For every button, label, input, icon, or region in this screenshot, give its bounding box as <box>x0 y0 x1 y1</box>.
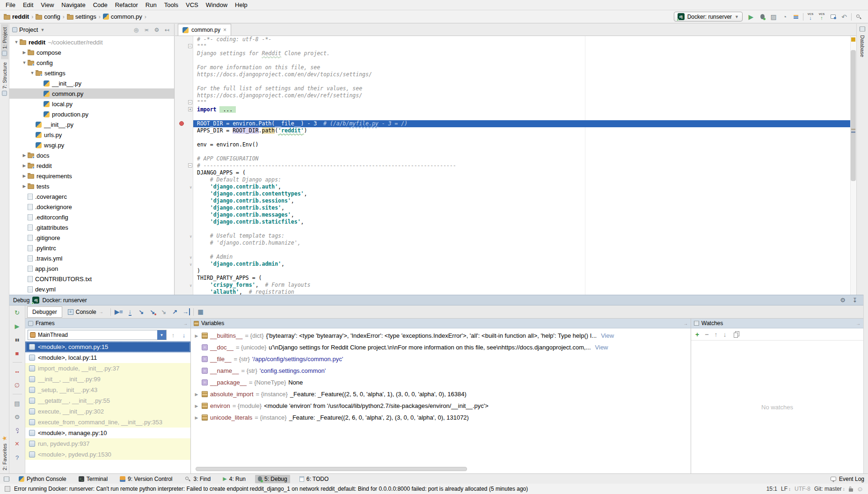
restore-layout-button[interactable]: ▤ <box>12 399 22 408</box>
code-line-31[interactable] <box>175 247 856 254</box>
code-line-36[interactable]: ∨ 'crispy_forms', # Form layouts <box>175 282 856 289</box>
caret-position[interactable]: 15:1 <box>766 486 777 492</box>
view-link[interactable]: View <box>601 332 614 339</box>
tree-item-requirements[interactable]: ▶requirements <box>9 171 174 181</box>
force-step-into-button[interactable]: ↘ <box>158 307 169 317</box>
variable-row-__package__[interactable]: =__package__ = {NoneType} None <box>191 377 691 388</box>
previous-frame-button[interactable]: ↑ <box>169 332 177 339</box>
tree-item--gitignore[interactable]: .gitignore <box>9 232 174 243</box>
code-line-1[interactable]: # -*- coding: utf-8 -*- <box>175 36 856 43</box>
variable-row-environ[interactable]: ▶environ = {module} <module 'environ' fr… <box>191 400 691 412</box>
variable-row-__name__[interactable]: =__name__ = {str} 'config.settings.commo… <box>191 365 691 377</box>
tree-item--dockerignore[interactable]: .dockerignore <box>9 202 174 212</box>
close-tab-icon[interactable]: × <box>223 27 226 33</box>
menu-tools[interactable]: Tools <box>160 0 182 9</box>
tool-tab-structure[interactable]: 7: Structure <box>1 59 8 99</box>
concurrency-diagram-button[interactable] <box>790 12 802 22</box>
frame-row[interactable]: __getattr__, __init__.py:55 <box>25 395 190 406</box>
tree-item-tests[interactable]: ▶tests <box>9 181 174 191</box>
profiler-button[interactable]: ◔ <box>779 12 790 22</box>
tool-tab-6-todo[interactable]: 6: TODO <box>297 475 332 483</box>
rollback-button[interactable]: ↶ <box>839 12 850 22</box>
help-button[interactable]: ? <box>12 453 22 462</box>
view-breakpoints-button[interactable]: ●● <box>12 367 22 376</box>
code-line-28[interactable] <box>175 225 856 232</box>
menu-view[interactable]: View <box>37 0 58 9</box>
hector-inspector-icon[interactable]: ☺ <box>857 485 863 493</box>
tree-item--pylintrc[interactable]: .pylintrc <box>9 243 174 253</box>
code-line-2[interactable]: −""" <box>175 43 856 50</box>
frame-row[interactable]: import_module, __init__.py:37 <box>25 363 190 374</box>
tree-item-urls-py[interactable]: urls.py <box>9 130 174 140</box>
show-execution-point-button[interactable]: ▶≡ <box>113 307 124 317</box>
code-line-18[interactable]: # APP CONFIGURATION <box>175 155 856 162</box>
tree-item-settings[interactable]: ▼settings <box>9 68 174 78</box>
code-line-32[interactable]: ∨ # Admin <box>175 254 856 261</box>
code-line-8[interactable]: For the full list of settings and their … <box>175 85 856 92</box>
code-line-24[interactable]: 'django.contrib.sessions', <box>175 197 856 204</box>
tree-item-production-py[interactable]: production.py <box>9 109 174 119</box>
code-line-23[interactable]: 'django.contrib.contenttypes', <box>175 190 856 197</box>
tab-debugger[interactable]: Debugger <box>27 306 62 318</box>
tree-item--travis-yml[interactable]: .travis.yml <box>9 253 174 263</box>
pause-button[interactable]: ▮▮ <box>12 335 22 344</box>
code-line-4[interactable] <box>175 57 856 64</box>
frame-row[interactable]: <module>, local.py:11 <box>25 352 190 363</box>
code-line-12[interactable] <box>175 113 856 120</box>
variable-row-absolute_import[interactable]: ▶absolute_import = {instance} _Feature: … <box>191 388 691 400</box>
code-line-21[interactable]: # Default Django apps: <box>175 176 856 183</box>
code-line-29[interactable]: ∨ # Useful template tags: <box>175 232 856 240</box>
settings-icon[interactable]: ⚙ <box>838 297 847 304</box>
code-line-10[interactable]: −""" <box>175 99 856 106</box>
tree-item-compose[interactable]: ▶compose <box>9 47 174 58</box>
add-watch-button[interactable]: + <box>695 331 699 338</box>
tool-tab-3-find[interactable]: 3: Find <box>182 475 213 483</box>
variable-row-__builtins__[interactable]: ▶__builtins__ = {dict} {'bytearray': <ty… <box>191 330 691 341</box>
code-line-6[interactable]: https://docs.djangoproject.com/en/dev/to… <box>175 71 856 78</box>
breadcrumb-item-config[interactable]: config <box>36 13 60 20</box>
tree-item-reddit[interactable]: ▼reddit ~/cookiecutter/reddit <box>9 37 174 47</box>
step-over-button[interactable]: ↓ <box>124 307 136 317</box>
code-line-14[interactable]: APPS_DIR = ROOT_DIR.path('reddit') <box>175 127 856 134</box>
frame-row[interactable]: execute_from_command_line, __init__.py:3… <box>25 417 190 428</box>
run-to-cursor-button[interactable]: → <box>181 307 192 317</box>
code-line-35[interactable]: THIRD_PARTY_APPS = ( <box>175 275 856 282</box>
tree-item-common-py[interactable]: common.py <box>9 88 174 99</box>
tool-window-switcher-icon[interactable] <box>4 477 9 481</box>
tree-item--coveragerc[interactable]: .coveragerc <box>9 191 174 202</box>
tool-tab-database[interactable]: Database <box>859 33 866 59</box>
thread-select[interactable]: MainThread ▼ <box>28 330 167 340</box>
code-line-22[interactable]: ∨ 'django.contrib.auth', <box>175 183 856 190</box>
view-link[interactable]: View <box>595 344 608 351</box>
tool-tab-5-debug[interactable]: 5: Debug <box>255 475 290 483</box>
tree-item-config[interactable]: ▼config <box>9 58 174 68</box>
tree-item-CONTRIBUTORS-txt[interactable]: CONTRIBUTORS.txt <box>9 274 174 284</box>
tree-item--editorconfig[interactable]: .editorconfig <box>9 212 174 222</box>
expand-icon[interactable]: ▶ <box>194 334 199 338</box>
code-line-25[interactable]: 'django.contrib.sites', <box>175 204 856 211</box>
step-out-button[interactable]: ↗ <box>169 307 181 317</box>
menu-refactor[interactable]: Refactor <box>111 0 142 9</box>
move-watch-up-button[interactable]: ↑ <box>714 331 717 338</box>
run-configuration-select[interactable]: dj Docker: runserver ▼ <box>674 12 743 22</box>
lock-icon[interactable] <box>849 488 853 492</box>
code-line-20[interactable]: DJANGO_APPS = ( <box>175 169 856 176</box>
tree-item--gitattributes[interactable]: .gitattributes <box>9 222 174 232</box>
code-line-13[interactable]: ROOT_DIR = environ.Path(__file__) - 3 # … <box>175 120 856 127</box>
mute-breakpoints-button[interactable]: ∅ <box>12 380 22 390</box>
frame-row[interactable]: execute, __init__.py:302 <box>25 406 190 417</box>
vcs-update-button[interactable]: VCS↓ <box>805 12 816 22</box>
settings-icon[interactable]: ⚙ <box>153 27 161 33</box>
git-branch-widget[interactable]: Git: master↕ <box>814 486 845 492</box>
recent-changes-button[interactable] <box>827 12 839 22</box>
tree-item-local-py[interactable]: local.py <box>9 99 174 109</box>
run-button[interactable]: ▶ <box>745 12 757 22</box>
next-frame-button[interactable]: ↓ <box>180 332 188 339</box>
tree-item-__init__-py[interactable]: __init__.py <box>9 78 174 88</box>
code-line-7[interactable] <box>175 78 856 85</box>
chevron-down-icon[interactable]: ▼ <box>157 330 166 340</box>
vcs-commit-button[interactable]: VCS↑ <box>816 12 827 22</box>
tab-console[interactable]: ≡ Console → <box>63 307 108 317</box>
variable-row-__file__[interactable]: =__file__ = {str} '/app/config/settings/… <box>191 353 691 365</box>
rerun-button[interactable]: ↻ <box>12 308 22 317</box>
